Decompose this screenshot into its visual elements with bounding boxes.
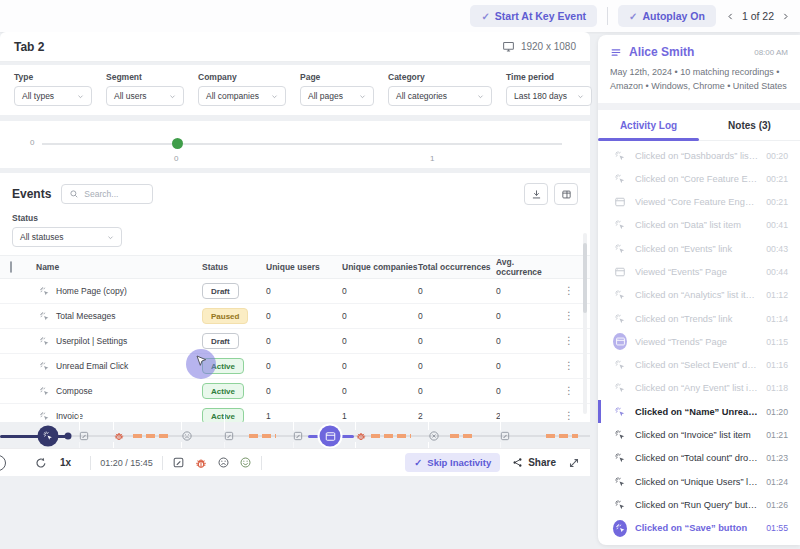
activity-log-item[interactable]: Clicked on “Trends” link 01:14	[598, 307, 800, 330]
frustration-toggle-button[interactable]	[217, 456, 230, 469]
activity-log-item[interactable]: Viewed “Core Feature Engagment” 00:21	[598, 190, 800, 213]
data-point-label: 0	[174, 154, 178, 163]
skip-inactivity-toggle[interactable]: ✓ Skip Inactivity	[405, 453, 500, 472]
select-value: All pages	[308, 91, 343, 101]
select-value: Last 180 days	[514, 91, 567, 101]
activity-timestamp: 00:43	[766, 244, 788, 254]
filter-page: Page All pages	[300, 72, 374, 106]
toolbar-divider	[607, 7, 608, 25]
cursor-click-icon	[613, 312, 627, 326]
activity-log-item[interactable]: Clicked on “Select Event” dropdown 01:16	[598, 354, 800, 377]
total-occurrences-value: 0	[418, 286, 496, 296]
next-recording-icon[interactable]	[781, 12, 790, 21]
select-value: All companies	[206, 91, 259, 101]
table-scrollbar[interactable]	[583, 233, 587, 414]
events-search[interactable]	[61, 184, 153, 204]
activity-log-item[interactable]: Clicked on “Core Feature Engagem... 00:2…	[598, 167, 800, 190]
table-row[interactable]: Total Meesages Paused 0 0 0 0 ⋮	[0, 304, 590, 329]
unique-users-value: 0	[266, 361, 342, 371]
activity-log-item[interactable]: Viewed “Events” Page 00:44	[598, 260, 800, 283]
chevron-down-icon	[577, 93, 584, 100]
table-row[interactable]: Compose Active 0 0 0 0 ⋮	[0, 379, 590, 404]
session-list-icon[interactable]	[610, 46, 623, 59]
avg-occurrence-value: 0	[496, 386, 558, 396]
page-view-icon	[613, 195, 627, 209]
category-select[interactable]: All categories	[388, 86, 492, 106]
page-select[interactable]: All pages	[300, 86, 374, 106]
select-all-checkbox[interactable]	[10, 261, 12, 273]
activity-log-item[interactable]: Clicked on “Analytics” list item 01:12	[598, 284, 800, 307]
table-row[interactable]: Userpilot | Settings Draft 0 0 0 0 ⋮	[0, 329, 590, 354]
fullscreen-button[interactable]	[568, 457, 580, 469]
company-select[interactable]: All companies	[198, 86, 286, 106]
activity-log-item[interactable]: Clicked on “Any Event” list item 01:18	[598, 377, 800, 400]
activity-log-item[interactable]: Viewed “Trends” Page 01:15	[598, 330, 800, 353]
playback-speed-button[interactable]: 1x	[60, 457, 71, 468]
table-row[interactable]: Unread Email Click Active 0 0 0 0 ⋮	[0, 354, 590, 379]
events-header: Events	[0, 173, 590, 211]
activity-log-item[interactable]: Clicked on “Data” list item 00:41	[598, 214, 800, 237]
search-input[interactable]	[84, 189, 144, 199]
activity-log-item[interactable]: Clicked on “Dashboards” list item 00:20	[598, 144, 800, 167]
play-pause-button[interactable]	[0, 455, 6, 471]
manage-columns-button[interactable]	[554, 183, 578, 205]
start-at-key-event-button[interactable]: ✓ Start At Key Event	[470, 5, 597, 27]
event-dot-marker[interactable]	[65, 433, 72, 440]
activity-log-item[interactable]: Clicked on “Run Query” button 01:26	[598, 493, 800, 516]
activity-timestamp: 00:21	[766, 174, 788, 184]
tab-activity-log[interactable]: Activity Log	[598, 110, 699, 140]
replay-tab-header: Tab 2 1920 x 1080	[0, 32, 590, 62]
table-row[interactable]: Home Page (copy) Draft 0 0 0 0 ⋮	[0, 279, 590, 304]
activity-label: Clicked on “Save” button	[635, 523, 758, 533]
activity-log-item[interactable]: Clicked on “Invoice” list item 01:21	[598, 423, 800, 446]
inactivity-segment	[450, 434, 476, 438]
status-select[interactable]: All statuses	[12, 227, 122, 247]
bug-icon	[113, 430, 125, 442]
event-type-icon	[39, 411, 50, 422]
row-menu-button[interactable]: ⋮	[558, 311, 580, 321]
download-button[interactable]	[524, 183, 548, 205]
note-icon	[293, 431, 304, 442]
activity-log-item-current[interactable]: Clicked on “Name” Unread Email C... 01:2…	[598, 400, 800, 423]
time-period-select[interactable]: Last 180 days	[506, 86, 592, 106]
replay-10s-button[interactable]	[34, 456, 48, 470]
row-menu-button[interactable]: ⋮	[558, 411, 580, 421]
share-button[interactable]: Share	[512, 457, 556, 468]
activity-label: Viewed “Trends” Page	[635, 337, 758, 347]
segment-select[interactable]: All users	[106, 86, 184, 106]
activity-log-item[interactable]: Clicked on “Save” button 01:55	[598, 517, 800, 540]
type-select[interactable]: All types	[14, 86, 92, 106]
filter-label: Type	[14, 72, 92, 82]
table-header: Name Status Unique users Unique companie…	[0, 255, 590, 279]
row-menu-button[interactable]: ⋮	[558, 336, 580, 346]
data-point-marker[interactable]	[172, 138, 183, 149]
share-icon	[512, 457, 523, 468]
activity-log-item[interactable]: Clicked on “Unique Users” list item 01:2…	[598, 470, 800, 493]
autoplay-toggle-button[interactable]: ✓ Autoplay On	[618, 5, 716, 27]
row-menu-button[interactable]: ⋮	[558, 361, 580, 371]
share-label: Share	[528, 457, 556, 468]
player-controls-bar: 1x 01:20 / 15:45 ✓ Skip Inactivity	[0, 448, 590, 476]
current-event-marker[interactable]	[320, 426, 341, 447]
x-circle-icon	[428, 430, 440, 442]
previous-recording-icon[interactable]	[726, 12, 735, 21]
event-name: Compose	[56, 386, 92, 396]
activity-log-item[interactable]: Clicked on “Total count” dropdown 01:23	[598, 447, 800, 470]
delight-toggle-button[interactable]	[239, 456, 252, 469]
playback-timeline[interactable]	[0, 424, 590, 448]
total-occurrences-value: 0	[418, 336, 496, 346]
unique-users-value: 0	[266, 311, 342, 321]
activity-timestamp: 01:26	[766, 500, 788, 510]
resolution-value: 1920 x 1080	[521, 41, 576, 52]
playhead-marker[interactable]	[38, 426, 59, 447]
row-menu-button[interactable]: ⋮	[558, 286, 580, 296]
user-name-link[interactable]: Alice Smith	[629, 45, 748, 59]
row-menu-button[interactable]: ⋮	[558, 386, 580, 396]
events-panel: Events Status All statuses	[0, 173, 590, 422]
activity-log-item[interactable]: Clicked on “Events” link 00:43	[598, 237, 800, 260]
activity-timestamp: 01:18	[766, 383, 788, 393]
tab-notes[interactable]: Notes (3)	[699, 110, 800, 140]
activity-label: Clicked on “Run Query” button	[635, 500, 758, 510]
add-note-button[interactable]	[172, 456, 185, 469]
errors-toggle-button[interactable]	[194, 456, 208, 470]
